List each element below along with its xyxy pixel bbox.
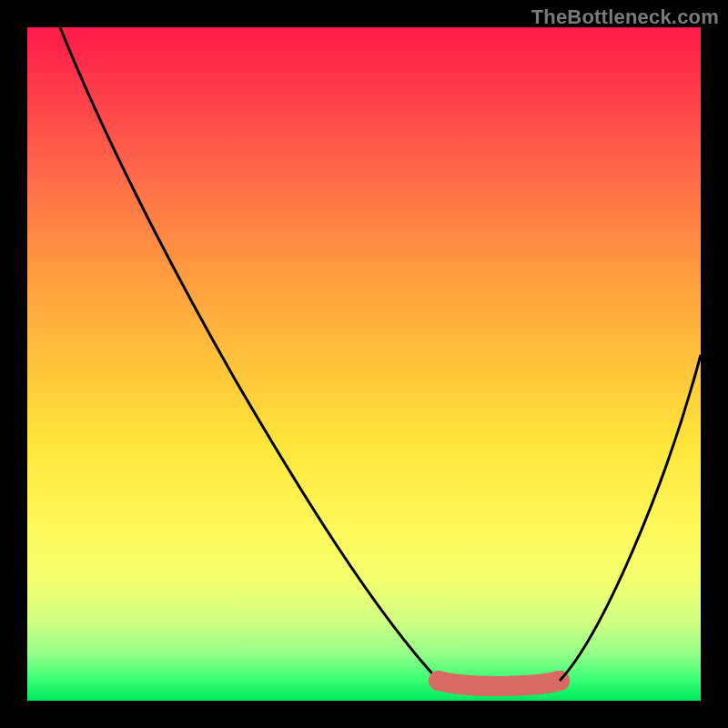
watermark: TheBottleneck.com xyxy=(531,5,719,29)
blob-end-right xyxy=(550,671,570,691)
curve-left xyxy=(60,27,439,681)
frame: TheBottleneck.com xyxy=(0,0,728,728)
optimal-region-blob xyxy=(439,681,560,686)
plot-area xyxy=(27,27,701,701)
curve-right xyxy=(560,355,701,681)
chart-svg xyxy=(27,27,701,701)
blob-end-left xyxy=(429,671,449,691)
